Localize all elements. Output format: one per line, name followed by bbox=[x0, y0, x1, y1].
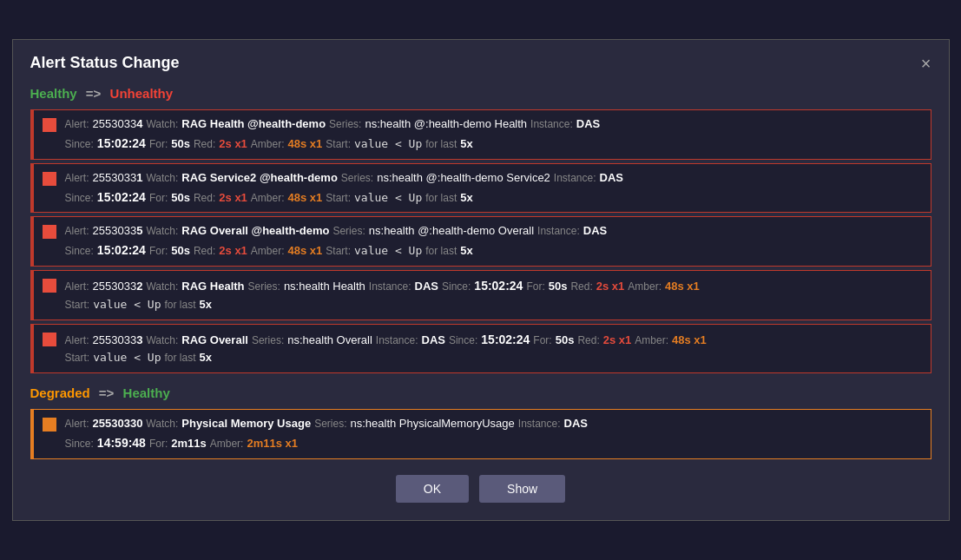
alert-lbl-5: Alert: bbox=[65, 333, 89, 349]
since-lbl-6: Since: bbox=[65, 436, 94, 452]
alert-checkbox-2[interactable] bbox=[43, 172, 56, 186]
watch-lbl-6: Watch: bbox=[146, 416, 178, 432]
start-val-4: value < Up bbox=[93, 296, 161, 314]
ok-button[interactable]: OK bbox=[396, 475, 469, 503]
watch-lbl-3: Watch: bbox=[146, 223, 178, 240]
forlast-lbl-4: for last bbox=[164, 297, 195, 313]
for-lbl-6: For: bbox=[149, 436, 168, 452]
status-transition-1: Healthy => Unhealthy bbox=[30, 86, 931, 101]
alert-lbl-3: Alert: bbox=[65, 223, 89, 240]
start-val-5: value < Up bbox=[93, 349, 161, 367]
alert-id-1: 25530334 bbox=[93, 115, 143, 134]
amber-3: 48s x1 bbox=[288, 242, 323, 260]
watch-lbl-5: Watch: bbox=[146, 333, 178, 349]
for-lbl-5: For: bbox=[533, 333, 551, 349]
instance-5: DAS bbox=[422, 332, 445, 350]
instance-3: DAS bbox=[583, 222, 607, 240]
red-lbl-5: Red: bbox=[577, 333, 599, 349]
alert-checkbox-3[interactable] bbox=[43, 225, 56, 239]
alert-id-6: 25530330 bbox=[93, 415, 143, 433]
amber-5: 48s x1 bbox=[672, 332, 707, 350]
from-status-1: Healthy bbox=[30, 86, 77, 101]
watch-2: RAG Service2 @health-demo bbox=[181, 169, 338, 188]
alert-line-5b: Start: value < Up for last 5x bbox=[65, 349, 922, 367]
amber-lbl-2: Amber: bbox=[251, 190, 285, 207]
alert-card-3: Alert: 25530335 Watch: RAG Overall @heal… bbox=[30, 216, 931, 267]
watch-6: Physical Memory Usage bbox=[181, 415, 311, 433]
since-6: 14:59:48 bbox=[97, 433, 146, 452]
watch-5: RAG Overall bbox=[181, 332, 248, 350]
instance-lbl-5: Instance: bbox=[376, 333, 418, 349]
since-3: 15:02:24 bbox=[97, 240, 146, 260]
red-3: 2s x1 bbox=[219, 242, 247, 260]
amber-lbl-6: Amber: bbox=[210, 436, 244, 452]
instance-lbl-3: Instance: bbox=[537, 223, 580, 240]
red-lbl-2: Red: bbox=[194, 190, 215, 207]
since-lbl-1: Since: bbox=[65, 136, 94, 153]
alert-lbl-4: Alert: bbox=[65, 279, 89, 295]
instance-lbl-4: Instance: bbox=[369, 279, 411, 295]
alert-body-5: Alert: 25530333 Watch: RAG Overall Serie… bbox=[65, 330, 922, 368]
alert-line-5a: Alert: 25530333 Watch: RAG Overall Serie… bbox=[65, 330, 922, 350]
amber-lbl-5: Amber: bbox=[635, 333, 668, 349]
watch-3: RAG Overall @health-demo bbox=[181, 222, 329, 240]
for-lbl-1: For: bbox=[149, 136, 168, 153]
amber-1: 48s x1 bbox=[288, 135, 323, 154]
alert-card-4: Alert: 25530332 Watch: RAG Health Series… bbox=[30, 270, 931, 320]
forlast-4: 5x bbox=[199, 296, 211, 314]
instance-2: DAS bbox=[600, 169, 623, 188]
series-1: ns:health @:health-demo Health bbox=[365, 115, 527, 134]
since-1: 15:02:24 bbox=[97, 134, 146, 153]
alert-line-6b: Since: 14:59:48 For: 2m11s Amber: 2m11s … bbox=[65, 433, 922, 453]
start-lbl-5: Start: bbox=[65, 350, 90, 366]
start-lbl-2: Start: bbox=[326, 190, 351, 207]
red-lbl-1: Red: bbox=[194, 136, 215, 153]
watch-4: RAG Health bbox=[181, 278, 244, 296]
alert-body-2: Alert: 25530331 Watch: RAG Service2 @hea… bbox=[65, 169, 922, 208]
instance-4: DAS bbox=[415, 278, 438, 296]
instance-6: DAS bbox=[564, 415, 588, 433]
series-3: ns:health @:health-demo Overall bbox=[369, 222, 534, 240]
modal-title: Alert Status Change bbox=[30, 54, 180, 72]
instance-lbl-1: Instance: bbox=[530, 116, 573, 133]
alert-checkbox-1[interactable] bbox=[43, 118, 56, 132]
alert-card-1: Alert: 25530334 Watch: RAG Health @healt… bbox=[30, 109, 931, 160]
series-lbl-4: Series: bbox=[248, 279, 280, 295]
series-4: ns:health Health bbox=[284, 278, 365, 296]
alert-id-3: 25530335 bbox=[93, 222, 143, 240]
since-lbl-2: Since: bbox=[65, 190, 94, 207]
for-5: 50s bbox=[556, 332, 575, 350]
alert-checkbox-6[interactable] bbox=[43, 418, 56, 432]
alert-line-3b: Since: 15:02:24 For: 50s Red: 2s x1 Ambe… bbox=[65, 240, 922, 260]
watch-lbl-2: Watch: bbox=[146, 170, 178, 187]
amber-6: 2m11s x1 bbox=[247, 435, 298, 453]
alert-line-6a: Alert: 25530330 Watch: Physical Memory U… bbox=[65, 415, 922, 433]
close-button[interactable]: × bbox=[921, 55, 931, 72]
forlast-1: 5x bbox=[460, 135, 472, 154]
alert-id-2: 25530331 bbox=[93, 169, 143, 188]
for-lbl-3: For: bbox=[149, 243, 168, 260]
alert-card-6: Alert: 25530330 Watch: Physical Memory U… bbox=[30, 409, 931, 459]
forlast-lbl-5: for last bbox=[164, 350, 195, 366]
forlast-5: 5x bbox=[199, 349, 211, 367]
alert-line-2a: Alert: 25530331 Watch: RAG Service2 @hea… bbox=[65, 169, 922, 188]
alert-body-6: Alert: 25530330 Watch: Physical Memory U… bbox=[65, 415, 922, 453]
instance-lbl-2: Instance: bbox=[554, 170, 596, 187]
series-5: ns:health Overall bbox=[287, 332, 372, 350]
alert-checkbox-4[interactable] bbox=[43, 279, 56, 293]
start-lbl-4: Start: bbox=[65, 297, 90, 313]
alert-card-5: Alert: 25530333 Watch: RAG Overall Serie… bbox=[30, 324, 931, 374]
alert-checkbox-5[interactable] bbox=[43, 333, 56, 346]
show-button[interactable]: Show bbox=[479, 475, 565, 503]
start-lbl-1: Start: bbox=[326, 136, 351, 153]
instance-1: DAS bbox=[576, 115, 600, 134]
alert-id-4: 25530332 bbox=[93, 278, 143, 296]
watch-1: RAG Health @health-demo bbox=[181, 115, 326, 134]
forlast-2: 5x bbox=[460, 189, 472, 208]
watch-lbl-4: Watch: bbox=[146, 279, 178, 295]
series-lbl-2: Series: bbox=[341, 170, 373, 187]
modal-header: Alert Status Change × bbox=[30, 54, 931, 72]
status-transition-2: Degraded => Healthy bbox=[30, 385, 931, 400]
amber-4: 48s x1 bbox=[665, 278, 700, 296]
forlast-lbl-3: for last bbox=[425, 243, 457, 260]
